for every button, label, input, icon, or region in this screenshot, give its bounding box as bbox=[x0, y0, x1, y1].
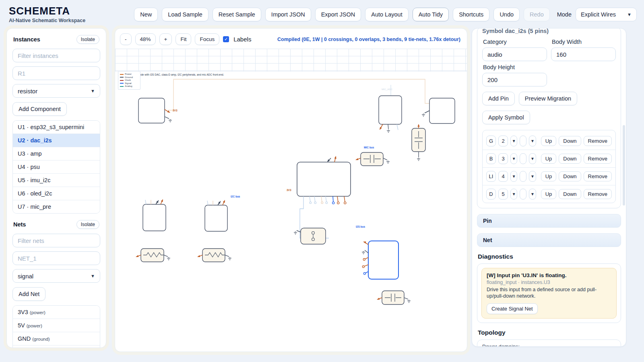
instance-item-u1[interactable]: U1 · esp32_s3_supermini bbox=[13, 121, 100, 134]
u7-micpre-box[interactable] bbox=[379, 96, 402, 124]
net-item-i2s-bclk[interactable]: I2S_BCLK(clock) bbox=[13, 345, 100, 348]
new-instance-ref-input[interactable] bbox=[12, 66, 100, 80]
pin-type-select[interactable]: ▼ bbox=[529, 136, 536, 146]
category-input[interactable] bbox=[482, 47, 547, 61]
pin-offset-input[interactable] bbox=[520, 189, 526, 200]
u1-esp32-box[interactable] bbox=[297, 162, 351, 196]
pin-number-input[interactable] bbox=[498, 189, 508, 200]
body-height-input[interactable] bbox=[482, 73, 547, 86]
instances-isolate-button[interactable]: Isolate bbox=[76, 35, 99, 44]
app-subtitle: AI-Native Schematic Workspace bbox=[9, 18, 134, 23]
import-json-button[interactable]: Import JSON bbox=[265, 8, 311, 21]
u5-imu-box[interactable] bbox=[143, 204, 166, 231]
new-button[interactable]: New bbox=[134, 8, 158, 21]
pin-down-button[interactable]: Down bbox=[559, 136, 581, 146]
pin-name-input[interactable] bbox=[486, 171, 496, 182]
pin-name-input[interactable] bbox=[486, 189, 496, 200]
pin-number-input[interactable] bbox=[498, 136, 508, 146]
instance-item-u3[interactable]: U3 · amp bbox=[13, 147, 100, 160]
body-width-input[interactable] bbox=[551, 47, 616, 61]
header-toolbar: New Load Sample Reset Sample Import JSON… bbox=[134, 8, 637, 21]
pin-type-select[interactable]: ▼ bbox=[529, 189, 536, 200]
instance-item-u2[interactable]: U2 · dac_i2s bbox=[13, 134, 100, 147]
pin-remove-button[interactable]: Remove bbox=[584, 189, 612, 199]
pin-down-button[interactable]: Down bbox=[559, 171, 581, 181]
pin-up-button[interactable]: Up bbox=[541, 154, 557, 164]
shortcuts-button[interactable]: Shortcuts bbox=[453, 8, 489, 21]
zoom-in-button[interactable]: + bbox=[159, 33, 172, 45]
pin-up-button[interactable]: Up bbox=[541, 189, 557, 199]
focus-button[interactable]: Focus bbox=[195, 33, 219, 45]
inspector-scrollbar[interactable] bbox=[623, 125, 625, 206]
filter-instances-input[interactable] bbox=[12, 49, 100, 62]
chevron-down-icon: ▼ bbox=[91, 274, 95, 278]
instance-item-u5[interactable]: U5 · imu_i2c bbox=[13, 173, 100, 187]
pin-side-select[interactable]: ▼ bbox=[510, 153, 517, 164]
fit-button[interactable]: Fit bbox=[175, 33, 191, 45]
pin-accordion[interactable]: Pin bbox=[477, 214, 621, 228]
nets-list: 3V3(power) 5V(power) GND(ground) I2S_BCL… bbox=[12, 305, 100, 348]
chevron-down-icon: ▼ bbox=[512, 139, 516, 143]
net-item-5v[interactable]: 5V(power) bbox=[13, 319, 100, 332]
reset-sample-button[interactable]: Reset Sample bbox=[213, 8, 261, 21]
new-net-name-input[interactable] bbox=[12, 251, 100, 265]
redo-button[interactable]: Redo bbox=[524, 8, 550, 21]
pin-side-select[interactable]: ▼ bbox=[510, 189, 517, 200]
app-logo: SCHEMETA bbox=[9, 6, 134, 16]
pin-type-select[interactable]: ▼ bbox=[529, 171, 536, 182]
instance-item-u7[interactable]: U7 · mic_pre bbox=[13, 200, 100, 213]
legend-power-swatch bbox=[120, 74, 124, 75]
export-json-button[interactable]: Export JSON bbox=[315, 8, 361, 21]
pin-type-select[interactable]: ▼ bbox=[529, 153, 536, 164]
add-component-button[interactable]: Add Component bbox=[12, 102, 67, 116]
mode-label: Mode bbox=[557, 11, 572, 18]
pin-offset-input[interactable] bbox=[520, 136, 526, 146]
legend-analog-swatch bbox=[120, 86, 124, 87]
pin-offset-input[interactable] bbox=[520, 171, 526, 182]
pin-up-button[interactable]: Up bbox=[541, 171, 557, 181]
chevron-down-icon: ▼ bbox=[530, 156, 535, 161]
pin-up-button[interactable]: Up bbox=[541, 136, 557, 146]
pin-name-input[interactable] bbox=[486, 136, 496, 146]
load-sample-button[interactable]: Load Sample bbox=[162, 8, 208, 21]
preview-migration-button[interactable]: Preview Migration bbox=[519, 92, 577, 105]
u2-dac-box-selected[interactable] bbox=[368, 241, 398, 279]
pin-number-input[interactable] bbox=[498, 171, 508, 182]
zoom-level-display[interactable]: 48% bbox=[135, 33, 156, 45]
instance-type-select[interactable]: resistor ▼ bbox=[12, 84, 100, 98]
labels-checkbox[interactable]: ✓ bbox=[223, 36, 229, 42]
auto-layout-button[interactable]: Auto Layout bbox=[365, 8, 408, 21]
schematic-canvas-panel: - 48% + Fit Focus ✓ Labels Compiled (0E,… bbox=[115, 28, 467, 352]
nets-isolate-button[interactable]: Isolate bbox=[76, 220, 99, 229]
add-net-button[interactable]: Add Net bbox=[12, 287, 45, 301]
legend-signal-swatch bbox=[120, 83, 124, 84]
net-item-3v3[interactable]: 3V3(power) bbox=[13, 306, 100, 319]
filter-nets-input[interactable] bbox=[12, 234, 100, 247]
pin-side-select[interactable]: ▼ bbox=[510, 171, 517, 182]
u3-amp-box[interactable] bbox=[429, 98, 455, 123]
net-item-gnd[interactable]: GND(ground) bbox=[13, 332, 100, 345]
pin-number-input[interactable] bbox=[498, 153, 508, 164]
pin-remove-button[interactable]: Remove bbox=[584, 171, 612, 181]
auto-tidy-button[interactable]: Auto Tidy bbox=[413, 8, 449, 21]
net-type-select[interactable]: signal ▼ bbox=[12, 269, 100, 283]
apply-symbol-button[interactable]: Apply Symbol bbox=[482, 111, 530, 124]
add-pin-button[interactable]: Add Pin bbox=[482, 92, 515, 105]
zoom-out-button[interactable]: - bbox=[120, 33, 132, 45]
undo-button[interactable]: Undo bbox=[493, 8, 520, 21]
pin-down-button[interactable]: Down bbox=[559, 189, 581, 199]
create-signal-net-button[interactable]: Create Signal Net bbox=[487, 303, 538, 314]
u4-psu-box[interactable] bbox=[138, 98, 165, 123]
pin-name-input[interactable] bbox=[486, 153, 496, 164]
u6-oled-box[interactable] bbox=[205, 205, 227, 231]
mode-select[interactable]: Explicit Wires ▼ bbox=[576, 8, 637, 21]
net-name: 3V3 bbox=[18, 309, 28, 315]
pin-remove-button[interactable]: Remove bbox=[584, 154, 612, 164]
instance-item-u4[interactable]: U4 · psu bbox=[13, 160, 100, 173]
pin-remove-button[interactable]: Remove bbox=[584, 136, 612, 146]
pin-down-button[interactable]: Down bbox=[559, 154, 581, 164]
net-accordion[interactable]: Net bbox=[477, 233, 621, 247]
instance-item-u6[interactable]: U6 · oled_i2c bbox=[13, 187, 100, 200]
pin-offset-input[interactable] bbox=[520, 153, 526, 164]
pin-side-select[interactable]: ▼ bbox=[510, 136, 517, 146]
